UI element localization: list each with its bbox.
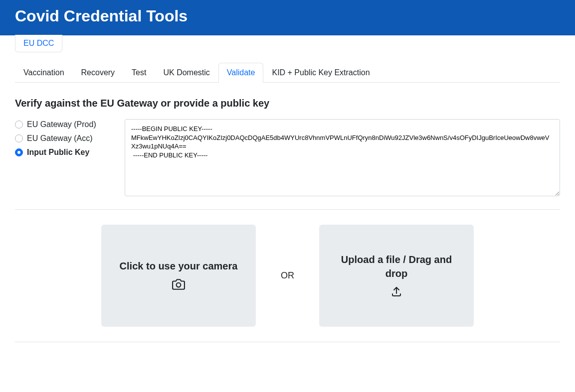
header-bar: Covid Credential Tools (0, 0, 575, 35)
radio-label: EU Gateway (Acc) (27, 134, 93, 143)
tab-eu-dcc[interactable]: EU DCC (15, 35, 62, 52)
verify-mode-radios: EU Gateway (Prod) EU Gateway (Acc) Input… (15, 119, 110, 198)
upload-file-panel[interactable]: Upload a file / Drag and drop (319, 225, 474, 327)
camera-icon (172, 278, 185, 293)
verify-section: EU Gateway (Prod) EU Gateway (Acc) Input… (15, 119, 560, 210)
use-camera-label: Click to use your camera (120, 259, 238, 273)
radio-label: EU Gateway (Prod) (27, 120, 96, 129)
validate-heading: Verify against the EU Gateway or provide… (15, 98, 560, 109)
public-key-textarea[interactable] (125, 119, 560, 196)
tab-validate[interactable]: Validate (218, 63, 264, 83)
tab-recovery[interactable]: Recovery (73, 63, 124, 83)
radio-input-public-key[interactable]: Input Public Key (15, 148, 110, 157)
radio-label: Input Public Key (27, 148, 89, 157)
top-tabs: EU DCC (15, 35, 560, 53)
tab-vaccination[interactable]: Vaccination (15, 63, 73, 83)
or-separator: OR (281, 270, 294, 281)
app-title: Covid Credential Tools (15, 7, 560, 25)
upload-icon (390, 285, 402, 299)
tab-kid-extraction[interactable]: KID + Public Key Extraction (263, 63, 378, 83)
svg-point-0 (177, 282, 181, 287)
radio-icon (15, 148, 23, 156)
tab-test[interactable]: Test (123, 63, 155, 83)
radio-eu-gateway-prod[interactable]: EU Gateway (Prod) (15, 120, 110, 129)
sub-tabs: Vaccination Recovery Test UK Domestic Va… (15, 63, 560, 83)
tab-uk-domestic[interactable]: UK Domestic (155, 63, 218, 83)
radio-eu-gateway-acc[interactable]: EU Gateway (Acc) (15, 134, 110, 143)
input-methods-row: Click to use your camera OR Upload a fil… (15, 210, 560, 342)
radio-icon (15, 121, 23, 129)
use-camera-panel[interactable]: Click to use your camera (101, 225, 256, 327)
upload-file-label: Upload a file / Drag and drop (329, 253, 464, 280)
radio-icon (15, 134, 23, 142)
